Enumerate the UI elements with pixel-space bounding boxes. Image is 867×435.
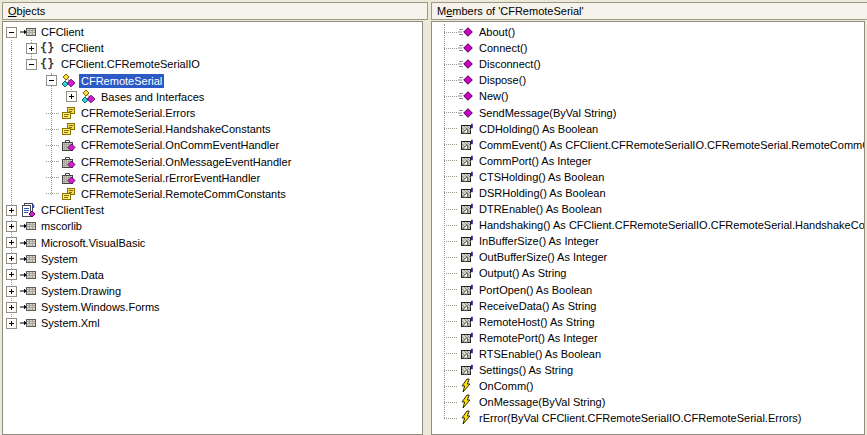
expand-plus-toggle[interactable]: [6, 221, 17, 232]
member-row[interactable]: CommPort() As Integer: [432, 153, 864, 169]
member-row[interactable]: OnMessage(ByVal String): [432, 394, 864, 410]
expand-plus-toggle[interactable]: [66, 91, 77, 102]
assembly-icon: [20, 315, 36, 331]
tree-item[interactable]: Bases and Interfaces: [3, 89, 422, 105]
tree-item[interactable]: System: [3, 251, 422, 267]
collapse-minus-toggle[interactable]: [26, 59, 37, 70]
tree-item-label: CFClient: [39, 25, 86, 39]
expand-plus-toggle[interactable]: [26, 43, 37, 54]
method-icon: [458, 56, 474, 72]
expand-plus-toggle[interactable]: [6, 237, 17, 248]
enum-icon: [60, 105, 76, 121]
property-icon: [458, 298, 474, 314]
tree-item[interactable]: CFRemoteSerial.Errors: [3, 105, 422, 121]
collapse-minus-toggle[interactable]: [46, 75, 57, 86]
list-connector: [444, 257, 457, 258]
tree-item-label: System.Xml: [39, 316, 102, 330]
list-connector: [444, 160, 457, 161]
tree-item[interactable]: CFClientTest: [3, 202, 422, 218]
member-label: RemotePort() As Integer: [477, 331, 600, 345]
members-pane-header: Members of 'CFRemoteSerial': [431, 2, 867, 20]
member-label: PortOpen() As Boolean: [477, 283, 594, 297]
tree-item[interactable]: mscorlib: [3, 218, 422, 234]
tree-connector: [46, 113, 59, 114]
property-icon: [458, 201, 474, 217]
tree-item-label-selected: CFRemoteSerial: [79, 74, 164, 88]
objects-pane-header: Objects: [2, 2, 428, 20]
tree-item[interactable]: System.Data: [3, 267, 422, 283]
objects-header-label: O: [8, 5, 17, 17]
member-row[interactable]: Handshaking() As CFClient.CFRemoteSerial…: [432, 217, 864, 233]
method-icon: [458, 24, 474, 40]
tree-item[interactable]: System.Xml: [3, 315, 422, 331]
class-icon: [60, 73, 76, 89]
tree-connector: [46, 145, 59, 146]
tree-item-label: CFRemoteSerial.HandshakeConstants: [79, 122, 273, 136]
assembly-icon: [20, 24, 36, 40]
tree-item[interactable]: CFRemoteSerial.OnMessageEventHandler: [3, 154, 422, 170]
member-row[interactable]: RemotePort() As Integer: [432, 330, 864, 346]
expand-plus-toggle[interactable]: [6, 253, 17, 264]
objects-tree: CFClient {}CFClient {}CFClient.CFRemoteS…: [2, 21, 423, 435]
expand-plus-toggle[interactable]: [6, 302, 17, 313]
member-label: CTSHolding() As Boolean: [477, 170, 606, 184]
member-row[interactable]: Connect(): [432, 40, 864, 56]
member-label: OutBufferSize() As Integer: [477, 250, 609, 264]
expand-plus-toggle[interactable]: [6, 318, 17, 329]
tree-item[interactable]: CFRemoteSerial.rErrorEventHandler: [3, 170, 422, 186]
list-connector: [444, 96, 457, 97]
member-row[interactable]: rError(ByVal CFClient.CFRemoteSerialIO.C…: [432, 410, 864, 426]
svg-text:{}: {}: [40, 41, 54, 55]
tree-item[interactable]: CFRemoteSerial.HandshakeConstants: [3, 121, 422, 137]
tree-item[interactable]: CFRemoteSerial.OnCommEventHandler: [3, 137, 422, 153]
member-row[interactable]: CommEvent() As CFClient.CFRemoteSerialIO…: [432, 137, 864, 153]
tree-item[interactable]: CFRemoteSerial: [3, 73, 422, 89]
object-browser-window: { "left_panel": { "header": { "u": "O", …: [0, 0, 867, 435]
delegate-icon: [60, 137, 76, 153]
tree-item[interactable]: System.Windows.Forms: [3, 299, 422, 315]
member-row[interactable]: About(): [432, 24, 864, 40]
list-connector: [444, 289, 457, 290]
member-row[interactable]: Settings() As String: [432, 362, 864, 378]
tree-connector: [46, 193, 59, 194]
member-row[interactable]: OnComm(): [432, 378, 864, 394]
tree-item[interactable]: {}CFClient.CFRemoteSerialIO: [3, 56, 422, 72]
member-row[interactable]: OutBufferSize() As Integer: [432, 249, 864, 265]
member-row[interactable]: PortOpen() As Boolean: [432, 282, 864, 298]
member-row[interactable]: Disconnect(): [432, 56, 864, 72]
property-icon: [458, 185, 474, 201]
tree-item[interactable]: Microsoft.VisualBasic: [3, 234, 422, 250]
member-row[interactable]: DTREnable() As Boolean: [432, 201, 864, 217]
member-label: CommPort() As Integer: [477, 154, 593, 168]
list-connector: [444, 225, 457, 226]
member-row[interactable]: SendMessage(ByVal String): [432, 104, 864, 120]
event-icon: [458, 410, 474, 426]
expand-plus-toggle[interactable]: [6, 205, 17, 216]
list-connector: [444, 321, 457, 322]
member-label: rError(ByVal CFClient.CFRemoteSerialIO.C…: [477, 411, 804, 425]
member-row[interactable]: InBufferSize() As Integer: [432, 233, 864, 249]
expand-plus-toggle[interactable]: [6, 269, 17, 280]
list-connector: [444, 192, 457, 193]
member-row[interactable]: DSRHolding() As Boolean: [432, 185, 864, 201]
list-connector: [444, 241, 457, 242]
tree-item[interactable]: System.Drawing: [3, 283, 422, 299]
list-connector: [444, 48, 457, 49]
assembly-icon: [20, 267, 36, 283]
property-icon: [458, 282, 474, 298]
tree-item[interactable]: CFRemoteSerial.RemoteCommConstants: [3, 186, 422, 202]
member-row[interactable]: New(): [432, 88, 864, 104]
member-row[interactable]: Dispose(): [432, 72, 864, 88]
list-connector: [444, 402, 457, 403]
tree-item-label: System: [39, 252, 80, 266]
tree-item[interactable]: CFClient: [3, 24, 422, 40]
tree-item[interactable]: {}CFClient: [3, 40, 422, 56]
expand-plus-toggle[interactable]: [6, 286, 17, 297]
member-row[interactable]: CDHolding() As Boolean: [432, 121, 864, 137]
member-row[interactable]: CTSHolding() As Boolean: [432, 169, 864, 185]
member-row[interactable]: RemoteHost() As String: [432, 314, 864, 330]
member-row[interactable]: Output() As String: [432, 265, 864, 281]
member-row[interactable]: ReceiveData() As String: [432, 298, 864, 314]
member-row[interactable]: RTSEnable() As Boolean: [432, 346, 864, 362]
collapse-minus-toggle[interactable]: [6, 27, 17, 38]
